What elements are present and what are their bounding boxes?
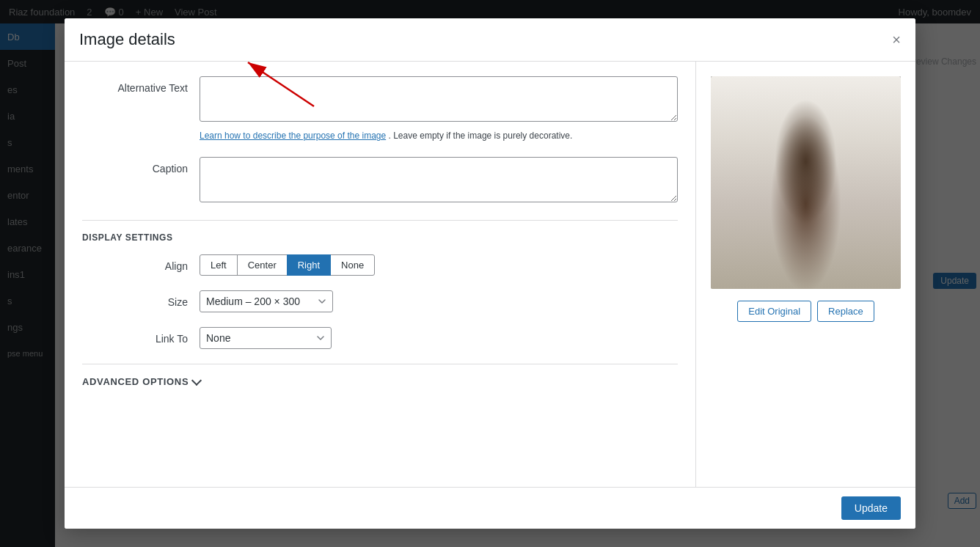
svg-point-7 [775,190,837,271]
link-to-row: Link To None Media File Attachment Page … [82,327,678,349]
replace-button[interactable]: Replace [817,301,874,322]
align-center-button[interactable]: Center [237,254,288,276]
svg-point-12 [790,145,822,183]
update-button[interactable]: Update [841,496,901,520]
align-row: Align Left Center Right None [82,254,678,276]
edit-original-button[interactable]: Edit Original [737,301,811,322]
caption-label: Caption [82,157,200,175]
modal-form: Alternative Text Learn how to describe t… [65,62,695,487]
svg-rect-3 [813,76,880,289]
modal-body: Alternative Text Learn how to describe t… [65,62,915,487]
chevron-down-icon [191,375,202,385]
image-action-buttons: Edit Original Replace [737,301,874,322]
alt-text-hint: Learn how to describe the purpose of the… [200,129,678,142]
caption-wrap [200,157,678,205]
svg-rect-2 [733,76,880,289]
modal-backdrop[interactable]: Image details × Alternative Text Learn h… [0,0,980,547]
advanced-divider [82,364,678,364]
alt-text-label: Alternative Text [82,76,200,94]
advanced-options-label: ADVANCED OPTIONS [82,376,189,387]
align-wrap: Left Center Right None [200,254,678,276]
svg-line-14 [846,205,849,256]
svg-point-9 [778,120,834,172]
svg-point-8 [784,135,828,186]
modal-title: Image details [79,30,175,49]
modal-header: Image details × [65,18,915,62]
display-settings-section: DISPLAY SETTINGS Align Left Center Right… [82,232,678,349]
align-right-button[interactable]: Right [287,254,331,276]
align-label: Align [82,254,200,272]
caption-input[interactable] [200,157,678,202]
modal-footer: Update [65,487,915,529]
svg-point-16 [844,198,854,208]
svg-line-13 [843,208,846,260]
size-label: Size [82,290,200,308]
preview-svg [711,76,901,289]
alt-text-input[interactable] [200,76,678,122]
align-left-button[interactable]: Left [200,254,238,276]
svg-point-11 [801,124,833,153]
image-panel: Edit Original Replace [695,62,915,487]
svg-point-6 [773,179,839,267]
svg-rect-5 [733,76,777,289]
size-wrap: Medium – 200 × 300 Thumbnail – 150 × 150… [200,290,678,312]
section-divider [82,220,678,221]
size-select[interactable]: Medium – 200 × 300 Thumbnail – 150 × 150… [200,290,333,312]
alt-text-hint-text: . Leave empty if the image is purely dec… [389,131,573,141]
link-to-wrap: None Media File Attachment Page Custom U… [200,327,678,349]
caption-row: Caption [82,157,678,205]
size-row: Size Medium – 200 × 300 Thumbnail – 150 … [82,290,678,312]
svg-point-10 [779,124,811,153]
alt-text-row: Alternative Text Learn how to describe t… [82,76,678,142]
modal-close-button[interactable]: × [892,32,901,47]
link-to-label: Link To [82,327,200,345]
svg-rect-4 [828,76,835,289]
align-none-button[interactable]: None [330,254,375,276]
alt-text-wrap: Learn how to describe the purpose of the… [200,76,678,142]
link-to-select[interactable]: None Media File Attachment Page Custom U… [200,327,332,349]
display-settings-heading: DISPLAY SETTINGS [82,232,678,243]
image-preview [711,76,901,289]
image-details-modal: Image details × Alternative Text Learn h… [65,18,915,529]
svg-point-17 [835,205,844,214]
alt-text-learn-link[interactable]: Learn how to describe the purpose of the… [200,131,386,141]
advanced-options-toggle[interactable]: ADVANCED OPTIONS [82,376,678,387]
svg-point-15 [838,201,850,213]
align-buttons-group: Left Center Right None [200,254,678,276]
